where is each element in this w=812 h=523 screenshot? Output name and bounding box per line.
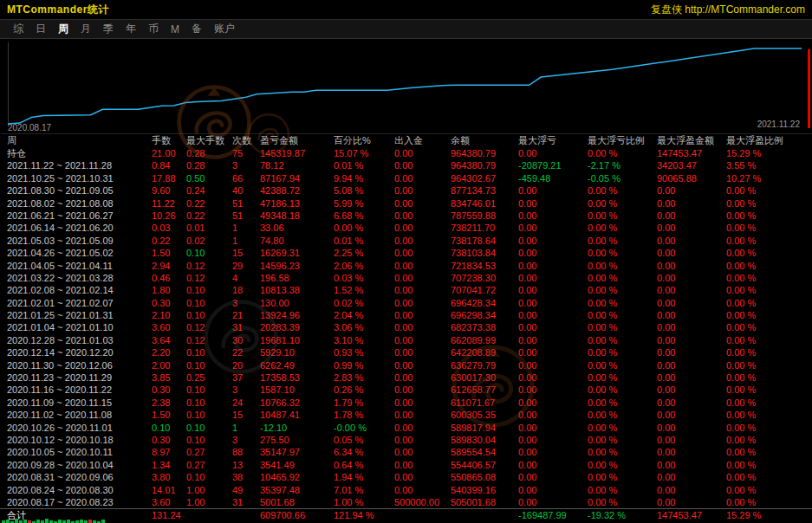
- menu-item-日[interactable]: 日: [29, 20, 52, 38]
- menu-item-M[interactable]: M: [165, 22, 185, 37]
- table-row[interactable]: 2021.05.03 ~ 2021.05.090.220.02174.800.0…: [0, 235, 812, 247]
- menu-item-账户[interactable]: 账户: [208, 20, 241, 38]
- value-cell: 609700.66: [260, 509, 334, 522]
- period-cell: 2021.11.22 ~ 2021.11.28: [7, 159, 152, 171]
- period-cell: 2021.04.26 ~ 2021.05.02: [7, 247, 152, 259]
- mini-bar: [23, 520, 27, 523]
- column-header: 余额: [451, 134, 518, 147]
- value-cell: 738178.64: [451, 235, 518, 247]
- table-row[interactable]: 2020.10.26 ~ 2020.11.010.100.101-12.10-0…: [0, 422, 812, 434]
- menu-item-备[interactable]: 备: [185, 20, 208, 38]
- value-cell: 0.00: [518, 359, 588, 371]
- table-row[interactable]: 2021.08.30 ~ 2021.09.059.600.244042388.7…: [0, 184, 812, 197]
- value-cell: 0.00: [657, 247, 726, 259]
- value-cell: 0.00: [394, 172, 451, 184]
- menu-item-年[interactable]: 年: [120, 20, 142, 38]
- value-cell: 589830.04: [451, 434, 518, 446]
- period-cell: 2020.08.17 ~ 2020.08.23: [7, 496, 152, 508]
- value-cell: 0.00 %: [588, 397, 657, 409]
- value-cell: 9.60: [152, 184, 186, 197]
- table-row[interactable]: 2020.12.14 ~ 2020.12.202.200.10225929.10…: [0, 346, 812, 358]
- table-row[interactable]: 2021.11.22 ~ 2021.11.280.840.28378.120.0…: [0, 159, 812, 171]
- menu-item-综[interactable]: 综: [7, 20, 29, 38]
- value-cell: 0.00: [394, 284, 451, 296]
- table-row[interactable]: 2020.08.31 ~ 2020.09.063.800.103810465.9…: [0, 471, 812, 483]
- table-row[interactable]: 2021.01.25 ~ 2021.01.312.100.102113924.9…: [0, 309, 812, 321]
- value-cell: 0.00: [657, 397, 726, 409]
- table-row[interactable]: 2020.12.28 ~ 2021.01.033.640.123019681.1…: [0, 334, 812, 346]
- value-cell: 0.00: [518, 371, 588, 384]
- table-row[interactable]: 2021.10.25 ~ 2021.10.3117.880.506687167.…: [0, 172, 812, 184]
- table-row[interactable]: 2021.03.22 ~ 2021.03.280.460.124196.580.…: [0, 272, 812, 284]
- value-cell: 0.00: [518, 210, 588, 222]
- value-cell: -0.05 %: [588, 172, 657, 184]
- value-cell: 2.00: [152, 359, 186, 371]
- value-cell: 1: [232, 222, 260, 234]
- value-cell: 0.10: [186, 384, 232, 396]
- value-cell: 0.10: [186, 397, 232, 409]
- table-row[interactable]: 2021.02.08 ~ 2021.02.141.800.101810813.3…: [0, 284, 812, 296]
- value-cell: 14.01: [152, 484, 186, 496]
- value-cell: 2.10: [152, 309, 186, 321]
- table-row[interactable]: 2020.08.24 ~ 2020.08.3014.011.004935397.…: [0, 484, 812, 496]
- value-cell: 1.94 %: [334, 471, 394, 483]
- value-cell: 3541.49: [260, 459, 334, 471]
- value-cell: 0.00: [518, 434, 588, 446]
- table-row[interactable]: 2020.11.23 ~ 2020.11.293.850.253717358.5…: [0, 371, 812, 384]
- table-row[interactable]: 持仓21.000.2875145319.8715.07 %0.00964380.…: [0, 147, 812, 159]
- table-row[interactable]: 2020.11.16 ~ 2020.11.220.300.1031587.100…: [0, 384, 812, 396]
- value-cell: 0.00: [657, 197, 726, 210]
- value-cell: 0.93 %: [334, 346, 394, 358]
- value-cell: 0.30: [152, 384, 186, 396]
- period-cell: 2021.01.25 ~ 2021.01.31: [7, 309, 152, 321]
- value-cell: -169487.99: [518, 509, 588, 522]
- value-cell: 0.25: [186, 371, 232, 384]
- table-row[interactable]: 2021.06.14 ~ 2021.06.200.030.01133.060.0…: [0, 222, 812, 234]
- value-cell: 15.07 %: [334, 147, 394, 159]
- table-row[interactable]: 2020.11.02 ~ 2020.11.081.500.101510487.4…: [0, 409, 812, 421]
- mini-bar: [58, 520, 62, 523]
- value-cell: 1.52 %: [334, 284, 394, 296]
- column-header: 手数: [152, 134, 186, 147]
- menu-item-币[interactable]: 币: [142, 20, 165, 38]
- menu-item-周[interactable]: 周: [52, 20, 75, 38]
- value-cell: 964380.79: [451, 159, 518, 171]
- value-cell: 0.00: [518, 409, 588, 421]
- table-row[interactable]: 2020.10.12 ~ 2020.10.180.300.103275.500.…: [0, 434, 812, 446]
- value-cell: 0.00: [394, 235, 451, 247]
- value-cell: 0.00: [518, 197, 588, 210]
- value-cell: 0.00: [657, 297, 726, 309]
- value-cell: 0.03 %: [334, 272, 394, 284]
- menu-bar: 综日周月季年币M备账户: [0, 19, 812, 39]
- value-cell: 505001.68: [451, 496, 518, 508]
- table-row[interactable]: 2020.10.05 ~ 2020.10.118.970.278835147.9…: [0, 446, 812, 458]
- table-row[interactable]: 2020.11.30 ~ 2020.12.062.000.10206262.49…: [0, 359, 812, 371]
- value-cell: 30: [232, 334, 260, 346]
- table-row[interactable]: 2021.04.05 ~ 2021.04.112.940.122914596.2…: [0, 260, 812, 272]
- table-row[interactable]: 2021.06.21 ~ 2021.06.2710.260.225149348.…: [0, 210, 812, 222]
- value-cell: 0.00: [657, 409, 726, 421]
- brand-link[interactable]: 复盘侠 http://MTCommander.com: [651, 3, 805, 17]
- table-row[interactable]: 2020.11.09 ~ 2020.11.152.380.102410766.3…: [0, 397, 812, 409]
- value-cell: 0.26 %: [334, 384, 394, 396]
- table-row[interactable]: 2021.04.26 ~ 2021.05.021.500.101516269.3…: [0, 247, 812, 259]
- value-cell: 0.00 %: [726, 272, 812, 284]
- value-cell: 0.02: [186, 235, 232, 247]
- table-row[interactable]: 2021.01.04 ~ 2021.01.103.600.123120283.3…: [0, 321, 812, 333]
- value-cell: 0.00: [657, 184, 726, 197]
- value-cell: 0.00 %: [588, 484, 657, 496]
- value-cell: 0.00 %: [588, 422, 657, 434]
- menu-item-季[interactable]: 季: [97, 20, 120, 38]
- value-cell: 0.22: [186, 197, 232, 210]
- table-row[interactable]: 2021.08.02 ~ 2021.08.0811.220.225147186.…: [0, 197, 812, 210]
- table-row[interactable]: 2020.08.17 ~ 2020.08.233.601.00315001.68…: [0, 496, 812, 508]
- value-cell: -12.10: [260, 422, 334, 434]
- value-cell: 0.00 %: [588, 434, 657, 446]
- value-cell: 0.00: [518, 334, 588, 346]
- table-row[interactable]: 2020.09.28 ~ 2020.10.041.340.27133541.49…: [0, 459, 812, 471]
- value-cell: 682373.38: [451, 321, 518, 333]
- table-row[interactable]: 2021.02.01 ~ 2021.02.070.300.103130.000.…: [0, 297, 812, 309]
- menu-item-月[interactable]: 月: [75, 20, 97, 38]
- period-cell: 2020.10.05 ~ 2020.10.11: [7, 446, 152, 458]
- value-cell: 0.10: [186, 346, 232, 358]
